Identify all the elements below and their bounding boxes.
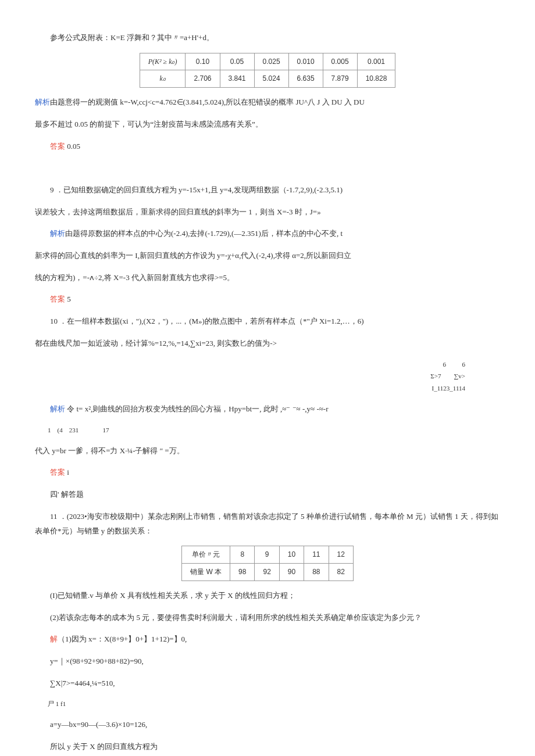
solution-line: a=y—bx=90—(—3.6)×10=126, bbox=[35, 718, 500, 732]
question-10-cont: 都在曲线尺加一如近波动，经计算%=12,%,=14,∑xi=23, 则实数匕的值… bbox=[35, 336, 500, 351]
analysis-text: 令 t= x²,则曲线的回抬方权变为线性的回心方福，Hpy=bt一, 此时 ,≈… bbox=[65, 404, 329, 413]
table-cell: 5.024 bbox=[254, 70, 288, 88]
table-cell: 0.001 bbox=[357, 53, 395, 70]
question-number: 10 bbox=[50, 317, 58, 325]
table-cell: 98 bbox=[230, 564, 255, 581]
analysis-paragraph: 最多不超过 0.05 的前提下，可认为“注射疫苗与未感染流感有关系”。 bbox=[35, 117, 500, 132]
analysis-paragraph: 线的方程为)，=-ᴧ÷2,将 X=-3 代入新回射直线方也求得>=5。 bbox=[35, 271, 500, 285]
table-cell: 2.706 bbox=[186, 70, 220, 88]
table-header-cell: P(K² ≥ k₀) bbox=[140, 53, 186, 70]
table-cell: 0.10 bbox=[186, 53, 220, 70]
table-cell: 6.635 bbox=[288, 70, 323, 88]
question-11: 11 ．(2023•海安市校级期中）某杂志刚刚上市销售，销售前对该杂志拟定了 5… bbox=[35, 510, 500, 538]
answer-value: 0.05 bbox=[65, 142, 80, 151]
table-cell: 90 bbox=[279, 564, 304, 581]
table-cell: 82 bbox=[329, 564, 353, 581]
solution-line: 尸 1 f1 bbox=[35, 698, 500, 710]
solution-line: ∑X|7>=4464,¼=510, bbox=[35, 676, 500, 691]
solution-line: y=｜×(98+92+90+88+82)=90, bbox=[35, 654, 500, 669]
table-cell: 10 bbox=[279, 546, 304, 564]
analysis-label: 解析 bbox=[50, 229, 65, 238]
analysis-paragraph: 解析 令 t= x²,则曲线的回抬方权变为线性的回心方福，Hpy=bt一, 此时… bbox=[35, 402, 500, 417]
table-cell: 11 bbox=[304, 546, 329, 564]
table-cell: 0.010 bbox=[288, 53, 323, 70]
price-sales-table: 单价〃元 8 9 10 11 12 销量 W 本 98 92 90 88 82 bbox=[181, 546, 354, 581]
analysis-paragraph: 新求得的回心直线的斜率为一 I,新回归直线的方作设为 y=-χ+α,代入(-2,… bbox=[35, 249, 500, 263]
table-header-cell: 单价〃元 bbox=[182, 546, 230, 564]
section-heading: 四' 解答题 bbox=[35, 488, 500, 502]
answer-line: 答案 5 bbox=[35, 292, 500, 307]
answer-label: 答案 bbox=[50, 142, 65, 151]
table-header-cell: 销量 W 本 bbox=[182, 564, 230, 581]
analysis-paragraph: 解析由题得原数据的样本点的中心为(-2.4),去掉(-1.729),(—2.35… bbox=[35, 227, 500, 241]
question-9: 9 ．已知组数据确定的回归直线方程为 y=-15x+1,且 y=4,发现两组数据… bbox=[35, 183, 500, 198]
formula-fragment: 6 6 Σ>7 ∑v> I_1123_1114 bbox=[35, 359, 500, 395]
question-text: ．在一组样本数据(xi，"),(X2，")，...，(M»)的散点图中，若所有样… bbox=[59, 317, 363, 325]
question-number: 11 bbox=[50, 512, 58, 521]
analysis-text: 由题意得一的观测值 k=-W,ccj<c=4.762∈(3.841,5.024)… bbox=[50, 98, 365, 106]
table-row: k₀ 2.706 3.841 5.024 6.635 7.879 10.828 bbox=[140, 70, 395, 88]
answer-label: 答案 bbox=[50, 468, 65, 476]
table-cell: 10.828 bbox=[357, 70, 395, 88]
analysis-label: 解析 bbox=[50, 404, 65, 413]
table-row: 单价〃元 8 9 10 11 12 bbox=[182, 546, 354, 564]
formula-fragment: 1 (4 231 17 bbox=[48, 424, 500, 436]
table-cell: 12 bbox=[329, 546, 353, 564]
table-cell: 9 bbox=[255, 546, 279, 564]
analysis-label: 解析 bbox=[35, 98, 50, 106]
analysis-paragraph: 解析由题意得一的观测值 k=-W,ccj<c=4.762∈(3.841,5.02… bbox=[35, 95, 500, 110]
table-cell: 8 bbox=[230, 546, 255, 564]
answer-label: 答案 bbox=[50, 295, 65, 303]
question-11-sub1: (I)已知销量.v 与单价 X 具有线性相关关系，求 y 关于 X 的线性回归方… bbox=[35, 589, 500, 603]
table-cell: 88 bbox=[304, 564, 329, 581]
question-text: ．已知组数据确定的回归直线方程为 y=-15x+1,且 y=4,发现两组数据（-… bbox=[56, 185, 343, 194]
analysis-text: 由题得原数据的样本点的中心为(-2.4),去掉(-1.729),(—2.351)… bbox=[65, 229, 343, 238]
table-row: 销量 W 本 98 92 90 88 82 bbox=[182, 564, 354, 581]
question-text: ．(2023•海安市校级期中）某杂志刚刚上市销售，销售前对该杂志拟定了 5 种单… bbox=[35, 512, 498, 535]
solution-line: 解（1)因为 x=：X(8+9+】0+】1+12)=】0, bbox=[35, 632, 500, 647]
table-cell: 3.841 bbox=[220, 70, 254, 88]
question-10: 10 ．在一组样本数据(xi，"),(X2，")，...，(M»)的散点图中，若… bbox=[35, 314, 500, 329]
question-9-cont: 误差较大，去掉这两组数据后，重新求得的回归直线的斜率为一 1，则当 X=-3 时… bbox=[35, 205, 500, 220]
table-cell: 0.025 bbox=[254, 53, 288, 70]
question-11-sub2: (2)若该杂志每本的成本为 5 元，要使得售卖时利润最大，请利用所求的线性相关关… bbox=[35, 611, 500, 625]
table-cell: 92 bbox=[255, 564, 279, 581]
solution-text: （1)因为 x=：X(8+9+】0+】1+12)=】0, bbox=[58, 635, 187, 643]
formula-reference: 参考公式及附表：K=E 浮舞和？其中〃=a+H'+d。 bbox=[35, 31, 500, 45]
table-row: P(K² ≥ k₀) 0.10 0.05 0.025 0.010 0.005 0… bbox=[140, 53, 395, 70]
answer-line: 答案 i bbox=[35, 465, 500, 480]
table-cell: 0.005 bbox=[323, 53, 357, 70]
answer-value: 5 bbox=[65, 295, 71, 303]
table-header-cell: k₀ bbox=[140, 70, 186, 88]
answer-value: i bbox=[65, 468, 69, 476]
question-number: 9 bbox=[50, 185, 54, 194]
solution-label: 解 bbox=[50, 635, 58, 643]
table-cell: 7.879 bbox=[323, 70, 357, 88]
critical-value-table: P(K² ≥ k₀) 0.10 0.05 0.025 0.010 0.005 0… bbox=[140, 53, 396, 88]
table-cell: 0.05 bbox=[220, 53, 254, 70]
solution-line: 所以 y 关于 X 的回归直线方程为 bbox=[35, 740, 500, 754]
answer-line: 答案 0.05 bbox=[35, 139, 500, 154]
analysis-paragraph: 代入 y=br 一爹，得不=力 X·¼-子解得 ″ =万。 bbox=[35, 444, 500, 458]
